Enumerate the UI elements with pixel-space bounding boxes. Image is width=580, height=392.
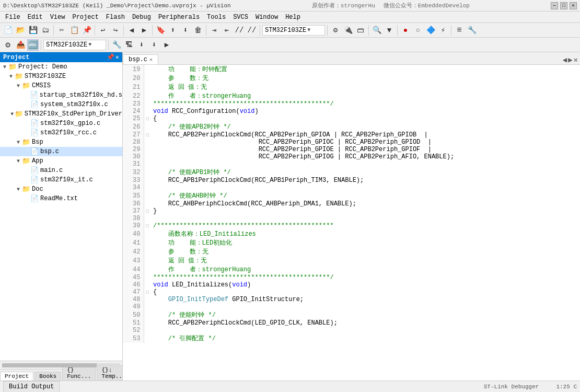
paste-button[interactable]: 📌 [81, 25, 92, 36]
tree-toggle-doc[interactable]: ▼ [15, 187, 22, 192]
next-bookmark-button[interactable]: ⬇ [180, 25, 191, 36]
code-line-36[interactable]: 36 RCC_AHBPeriphClockCmd(RCC_AHBPeriph_D… [123, 200, 580, 207]
tab-close-all-icon[interactable]: ✕ [574, 55, 578, 64]
tree-file-main[interactable]: 📄 main.c [0, 166, 122, 175]
menu-svcs[interactable]: SVCS [230, 13, 251, 21]
tab-left-icon[interactable]: ◀ [563, 55, 567, 64]
sidebar-pin-icon[interactable]: 📌 [107, 53, 114, 61]
code-line-37[interactable]: 37 □ } [123, 207, 580, 215]
tb2-run[interactable]: ▶ [161, 39, 172, 51]
code-line-28[interactable]: 28 RCC_APB2Periph_GPIOC | RCC_APB2Periph… [123, 139, 580, 146]
code-line-33[interactable]: 33 RCC_APB1PeriphClockCmd(RCC_APB1Periph… [123, 177, 580, 184]
toolbar-options[interactable]: ≡ [454, 25, 465, 36]
settings-button[interactable]: ⚙ [330, 25, 341, 36]
tree-file-rcc[interactable]: 📄 stm32f10x_rcc.c [0, 128, 122, 137]
tb2-btn1[interactable]: ⚙ [2, 39, 14, 51]
step-button[interactable]: 🔷 [425, 25, 436, 36]
tree-file-readme[interactable]: 📄 ReadMe.txt [0, 194, 122, 203]
close-button[interactable]: ✕ [570, 2, 577, 9]
sidebar-controls[interactable]: 📌 ✕ [107, 53, 119, 61]
tree-doc[interactable]: ▼ 📁 Doc [0, 185, 122, 194]
window-controls[interactable]: ─ □ ✕ [551, 2, 577, 9]
code-line-39[interactable]: 39 □ /**********************************… [123, 222, 580, 229]
code-line-51[interactable]: 51 RCC_APB2PeriphClockCmd(LED_GPIO_CLK, … [123, 319, 580, 327]
code-line-31[interactable]: 31 [123, 160, 580, 168]
tree-file-gpio[interactable]: 📄 stm32f10x_gpio.c [0, 119, 122, 128]
code-line-24[interactable]: 24 void RCC_Configuration(void) [123, 108, 580, 115]
tree-toggle-cmsis[interactable]: ▼ [15, 83, 22, 89]
code-editor[interactable]: 19 功 能：时钟配置 20 参 数：无 21 返 回 值：无 22 [123, 65, 580, 381]
tree-toggle-bsp[interactable]: ▼ [15, 140, 22, 145]
sidebar-tab-project[interactable]: Project [0, 372, 33, 381]
code-tab-bsp[interactable]: bsp.c ✕ [123, 54, 158, 64]
menu-project[interactable]: Project [69, 13, 101, 21]
tb2-settings[interactable]: 🔧 [111, 39, 122, 51]
code-line-30[interactable]: 30 RCC_APB2Periph_GPIOG | RCC_APB2Periph… [123, 153, 580, 160]
unindent-button[interactable]: ⇤ [221, 25, 233, 36]
tree-file-startup[interactable]: 📄 startup_stm32f10x_hd.s [0, 90, 122, 100]
code-line-35[interactable]: 35 /* 使能AHB时钟 */ [123, 191, 580, 200]
tree-toggle-stdperiph[interactable]: ▼ [10, 111, 15, 117]
custom-button[interactable]: 🔧 [466, 25, 478, 36]
tree-file-it[interactable]: 📄 stm32f10x_it.c [0, 175, 122, 185]
indent-button[interactable]: ⇥ [208, 25, 220, 36]
code-line-19[interactable]: 19 功 能：时钟配置 [123, 65, 580, 74]
device-button[interactable]: 🔌 [342, 25, 354, 36]
menu-edit[interactable]: Edit [25, 13, 46, 21]
forward-button[interactable]: ▶ [138, 25, 150, 36]
cut-button[interactable]: ✂ [56, 25, 67, 36]
tree-toggle-root[interactable]: ▼ [1, 64, 8, 70]
tree-file-bsp[interactable]: 📄 bsp.c [0, 147, 122, 156]
sidebar-tab-templates[interactable]: {}↓ Temp... [97, 365, 123, 381]
tree-toggle-app[interactable]: ▼ [15, 158, 22, 164]
manage-button[interactable]: 🗃 [355, 25, 366, 36]
clear-bookmarks-button[interactable]: 🗑 [192, 25, 204, 36]
redo-button[interactable]: ↪ [110, 25, 121, 36]
code-line-26[interactable]: 26 /* 使能APB2时钟 */ [123, 122, 580, 131]
back-button[interactable]: ◀ [126, 25, 137, 36]
sidebar-close-icon[interactable]: ✕ [115, 53, 119, 61]
save-all-button[interactable]: 🗂 [40, 25, 51, 36]
menu-debug[interactable]: Debug [129, 13, 154, 21]
code-line-25[interactable]: 25 □ { [123, 115, 580, 122]
minimize-button[interactable]: ─ [551, 2, 558, 9]
code-line-49[interactable]: 49 [123, 303, 580, 310]
code-line-48[interactable]: 48 GPIO_InitTypeDef GPIO_InitStructure; [123, 296, 580, 303]
find-button[interactable]: 🔍 [371, 25, 382, 36]
code-line-46[interactable]: 46 void LED_Initializes(void) [123, 281, 580, 289]
menu-view[interactable]: View [47, 13, 68, 21]
sidebar-tab-functions[interactable]: {} Func... [62, 365, 96, 381]
tree-toggle-target[interactable]: ▼ [7, 74, 15, 79]
code-line-42[interactable]: 42 参 数：无 [123, 247, 580, 256]
uncomment-button[interactable]: // [246, 25, 258, 36]
open-button[interactable]: 📂 [15, 25, 26, 36]
scroll-track[interactable] [2, 363, 120, 367]
tree-app[interactable]: ▼ 📁 App [0, 156, 122, 166]
build-output-tab[interactable]: Build Output [3, 381, 60, 393]
code-line-47[interactable]: 47 □ { [123, 289, 580, 296]
tb2-btn2[interactable]: 📤 [15, 39, 26, 51]
menu-help[interactable]: Help [282, 13, 304, 21]
maximize-button[interactable]: □ [560, 2, 567, 9]
tree-file-system[interactable]: 📄 system_stm32f10x.c [0, 100, 122, 109]
menu-file[interactable]: File [2, 13, 24, 21]
tab-right-icon[interactable]: ▶ [568, 55, 572, 64]
bookmark-toggle-button[interactable]: 🔖 [155, 25, 166, 36]
code-line-34[interactable]: 34 [123, 184, 580, 191]
code-line-27[interactable]: 27 □ RCC_APB2PeriphClockCmd(RCC_APB2Peri… [123, 131, 580, 139]
find-dropdown[interactable]: ▼ [384, 25, 395, 36]
code-line-53[interactable]: 53 /* 引脚配置 */ [123, 334, 580, 343]
menu-peripherals[interactable]: Peripherals [155, 13, 203, 21]
tb2-manage[interactable]: 🏗 [123, 39, 135, 51]
code-line-22[interactable]: 22 作 者：strongerHuang [123, 91, 580, 100]
target-selector[interactable]: STM32F103ZE ▼ [262, 25, 325, 36]
code-line-43[interactable]: 43 返 回 值：无 [123, 256, 580, 265]
scroll-thumb[interactable] [2, 363, 97, 367]
new-file-button[interactable]: 📄 [2, 25, 14, 36]
undo-button[interactable]: ↩ [97, 25, 109, 36]
code-line-32[interactable]: 32 /* 使能APB1时钟 */ [123, 168, 580, 177]
sidebar-tab-books[interactable]: Books [34, 372, 61, 381]
code-line-50[interactable]: 50 /* 使能时钟 */ [123, 310, 580, 319]
save-button[interactable]: 💾 [27, 25, 39, 36]
code-line-41[interactable]: 41 功 能：LED初始化 [123, 238, 580, 247]
